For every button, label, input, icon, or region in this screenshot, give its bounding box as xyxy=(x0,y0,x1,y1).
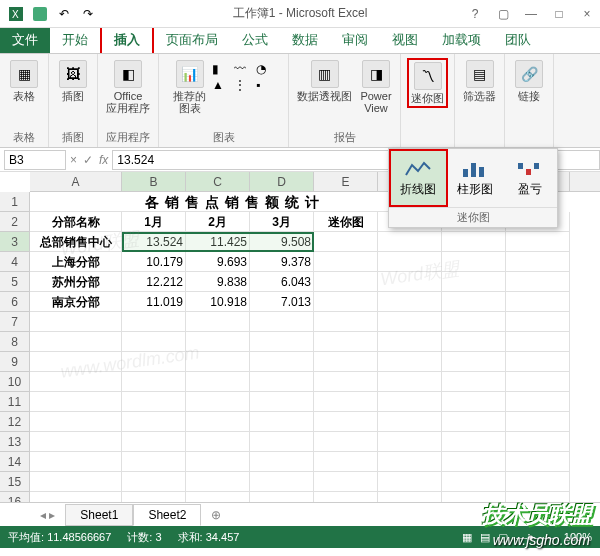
cell[interactable]: 分部名称 xyxy=(30,212,122,232)
powerview-button[interactable]: ◨ Power View xyxy=(358,58,394,116)
cell[interactable] xyxy=(30,352,122,372)
chart-types-grid[interactable]: ▮〰◔ ▲⋮▪ xyxy=(212,58,276,92)
cell[interactable] xyxy=(186,372,250,392)
cell[interactable] xyxy=(378,392,442,412)
col-header[interactable]: B xyxy=(122,172,186,191)
cell[interactable]: 13.524 xyxy=(122,232,186,252)
cell[interactable] xyxy=(442,352,506,372)
cell[interactable] xyxy=(314,432,378,452)
cell[interactable] xyxy=(314,392,378,412)
cell[interactable] xyxy=(30,332,122,352)
save-icon[interactable] xyxy=(32,6,48,22)
sheet-tab[interactable]: Sheet2 xyxy=(133,504,201,526)
cell[interactable] xyxy=(314,292,378,312)
cell[interactable] xyxy=(378,312,442,332)
cell[interactable]: 总部销售中心 xyxy=(30,232,122,252)
cell[interactable]: 6.043 xyxy=(250,272,314,292)
sparkline-line-button[interactable]: 折线图 xyxy=(389,149,448,207)
tab-data[interactable]: 数据 xyxy=(280,27,330,53)
col-header[interactable]: D xyxy=(250,172,314,191)
cell[interactable]: 7.013 xyxy=(250,292,314,312)
row-header[interactable]: 12 xyxy=(0,412,30,432)
row-header[interactable]: 3 xyxy=(0,232,30,252)
scatter-chart-icon[interactable]: ⋮ xyxy=(234,78,254,92)
cell[interactable] xyxy=(314,272,378,292)
sparklines-button[interactable]: 〽 迷你图 xyxy=(407,58,448,108)
cell[interactable] xyxy=(30,392,122,412)
cell[interactable] xyxy=(506,452,570,472)
cell[interactable]: 12.212 xyxy=(122,272,186,292)
row-header[interactable]: 9 xyxy=(0,352,30,372)
line-chart-icon[interactable]: 〰 xyxy=(234,62,254,76)
cell[interactable]: 上海分部 xyxy=(30,252,122,272)
cell[interactable] xyxy=(506,252,570,272)
pie-chart-icon[interactable]: ◔ xyxy=(256,62,276,76)
cell[interactable] xyxy=(314,412,378,432)
cell[interactable] xyxy=(442,472,506,492)
area-chart-icon[interactable]: ▲ xyxy=(212,78,232,92)
cell[interactable] xyxy=(250,352,314,372)
cell[interactable] xyxy=(314,252,378,272)
cell[interactable] xyxy=(186,352,250,372)
cell[interactable] xyxy=(122,412,186,432)
cell[interactable] xyxy=(186,432,250,452)
row-header[interactable]: 16 xyxy=(0,492,30,502)
cell[interactable] xyxy=(30,492,122,502)
cell[interactable] xyxy=(122,492,186,502)
cell[interactable] xyxy=(30,312,122,332)
cell[interactable] xyxy=(506,412,570,432)
cell[interactable] xyxy=(442,292,506,312)
cell[interactable]: 南京分部 xyxy=(30,292,122,312)
tab-team[interactable]: 团队 xyxy=(493,27,543,53)
col-header[interactable]: E xyxy=(314,172,378,191)
cell[interactable]: 9.378 xyxy=(250,252,314,272)
cell[interactable] xyxy=(506,332,570,352)
cell[interactable]: 10.918 xyxy=(186,292,250,312)
sheet-nav[interactable]: ◂ ▸ xyxy=(40,508,55,522)
row-header[interactable]: 13 xyxy=(0,432,30,452)
tab-formulas[interactable]: 公式 xyxy=(230,27,280,53)
cell[interactable] xyxy=(442,232,506,252)
cell[interactable] xyxy=(314,452,378,472)
more-chart-icon[interactable]: ▪ xyxy=(256,78,276,92)
cell[interactable] xyxy=(506,272,570,292)
row-header[interactable]: 6 xyxy=(0,292,30,312)
cell[interactable] xyxy=(186,392,250,412)
redo-icon[interactable]: ↷ xyxy=(80,6,96,22)
cell[interactable] xyxy=(378,232,442,252)
tab-addins[interactable]: 加载项 xyxy=(430,27,493,53)
cell[interactable] xyxy=(506,232,570,252)
cell[interactable] xyxy=(506,472,570,492)
cell[interactable]: 11.425 xyxy=(186,232,250,252)
cell[interactable] xyxy=(442,312,506,332)
cell[interactable]: 迷你图 xyxy=(314,212,378,232)
cell[interactable] xyxy=(314,332,378,352)
cell[interactable] xyxy=(250,312,314,332)
cell[interactable] xyxy=(442,432,506,452)
cell[interactable] xyxy=(122,332,186,352)
row-header[interactable]: 4 xyxy=(0,252,30,272)
cell[interactable] xyxy=(250,472,314,492)
ribbon-options-icon[interactable]: ▢ xyxy=(494,7,512,21)
cell[interactable]: 9.838 xyxy=(186,272,250,292)
cell[interactable] xyxy=(314,492,378,502)
cell[interactable] xyxy=(378,452,442,472)
sheet-tab[interactable]: Sheet1 xyxy=(65,504,133,526)
cell[interactable] xyxy=(378,332,442,352)
col-header[interactable]: A xyxy=(30,172,122,191)
row-header[interactable]: 15 xyxy=(0,472,30,492)
cell[interactable]: 10.179 xyxy=(122,252,186,272)
tab-home[interactable]: 开始 xyxy=(50,27,100,53)
row-header[interactable]: 8 xyxy=(0,332,30,352)
cell[interactable] xyxy=(122,312,186,332)
cell[interactable]: 苏州分部 xyxy=(30,272,122,292)
filter-button[interactable]: ▤ 筛选器 xyxy=(461,58,498,104)
cell[interactable]: 1月 xyxy=(122,212,186,232)
cell[interactable]: 各销售点销售额统计 xyxy=(30,192,440,212)
cancel-icon[interactable]: × xyxy=(70,153,77,167)
cell[interactable] xyxy=(186,332,250,352)
cell[interactable] xyxy=(122,392,186,412)
cell[interactable]: 11.019 xyxy=(122,292,186,312)
row-header[interactable]: 11 xyxy=(0,392,30,412)
cell[interactable] xyxy=(186,312,250,332)
